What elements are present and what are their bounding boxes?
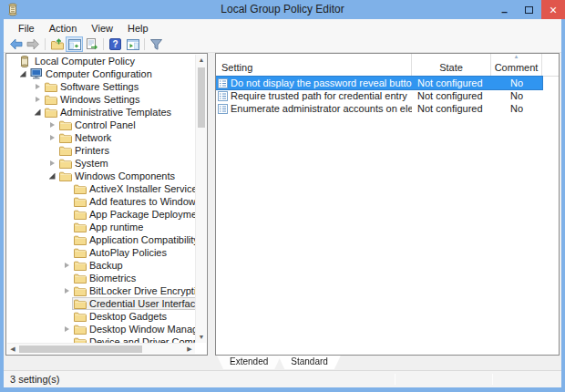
- forward-arrow-icon: [26, 38, 40, 50]
- scroll-down-icon[interactable]: ▼: [196, 333, 207, 342]
- tree-item-label: Desktop Window Manager: [87, 324, 195, 335]
- tree-item[interactable]: Device and Driver Compatibility: [6, 335, 195, 343]
- expander-collapsed-icon[interactable]: [32, 97, 43, 102]
- tree-item[interactable]: BitLocker Drive Encryption: [6, 284, 195, 297]
- tree-node[interactable]: Printers: [57, 144, 113, 157]
- expander-collapsed-icon[interactable]: [46, 135, 57, 140]
- scroll-up-icon[interactable]: ▲: [196, 56, 207, 65]
- tree-node[interactable]: Computer Configuration: [28, 67, 156, 80]
- tree-node[interactable]: Administrative Templates: [43, 106, 175, 119]
- tree-item-label: Credential User Interface: [87, 298, 195, 309]
- filter-button[interactable]: [148, 36, 165, 52]
- column-header-state[interactable]: State: [412, 54, 491, 76]
- tree-item[interactable]: Administrative Templates: [6, 106, 195, 119]
- folder-icon: [59, 171, 73, 181]
- tab-standard[interactable]: Standard: [278, 356, 341, 369]
- scroll-left-icon[interactable]: ◀: [7, 345, 18, 354]
- tree-item[interactable]: AutoPlay Policies: [6, 246, 195, 259]
- tree-node[interactable]: Network: [57, 131, 115, 144]
- minimize-button[interactable]: –: [492, 0, 517, 19]
- tree-node[interactable]: ActiveX Installer Service: [72, 182, 195, 195]
- tree-horizontal-scrollbar[interactable]: ◀ ▶: [7, 343, 195, 354]
- tree-item[interactable]: Control Panel: [6, 119, 195, 131]
- tree-item[interactable]: Biometrics: [6, 272, 195, 284]
- tree-node[interactable]: Desktop Window Manager: [72, 323, 195, 335]
- tree-item[interactable]: ActiveX Installer Service: [6, 182, 195, 195]
- back-button[interactable]: [7, 36, 25, 52]
- titlebar[interactable]: Local Group Policy Editor – ×: [0, 0, 565, 19]
- tree-item[interactable]: Credential User Interface: [6, 297, 195, 310]
- close-button[interactable]: ×: [541, 0, 565, 19]
- forward-button[interactable]: [25, 36, 42, 52]
- menu-view[interactable]: View: [84, 21, 120, 36]
- tree-item[interactable]: Add features to Windows 8: [6, 195, 195, 208]
- menu-file[interactable]: File: [11, 21, 42, 36]
- setting-row[interactable]: Do not display the password reveal butto…: [216, 77, 542, 89]
- tree-item[interactable]: Printers: [6, 144, 195, 157]
- tree-node[interactable]: Credential User Interface: [72, 297, 195, 310]
- menu-help[interactable]: Help: [120, 21, 156, 36]
- setting-name: Do not display the password reveal butto…: [231, 77, 412, 88]
- expander-expanded-icon[interactable]: [17, 71, 28, 77]
- show-action-pane-button[interactable]: [124, 36, 141, 52]
- expander-expanded-icon[interactable]: [32, 109, 43, 116]
- toolbar-separator: [45, 38, 46, 50]
- tree-node[interactable]: Windows Components: [57, 170, 179, 182]
- tree-node[interactable]: Control Panel: [57, 119, 139, 131]
- tree-item[interactable]: Desktop Window Manager: [6, 323, 195, 335]
- tree-item-label: Printers: [73, 145, 109, 156]
- tree-item[interactable]: Software Settings: [6, 80, 195, 93]
- scrollbar-thumb[interactable]: [19, 346, 142, 353]
- tree-node[interactable]: Backup: [72, 259, 127, 272]
- tree-item[interactable]: System: [6, 157, 195, 170]
- column-header-setting[interactable]: Setting: [216, 54, 412, 76]
- expander-collapsed-icon[interactable]: [46, 122, 57, 128]
- tree-node[interactable]: Biometrics: [72, 272, 139, 284]
- show-console-tree-button[interactable]: [66, 36, 83, 52]
- scrollbar-thumb[interactable]: [198, 67, 205, 128]
- back-arrow-icon: [9, 38, 23, 50]
- up-one-level-button[interactable]: [48, 36, 66, 52]
- tree-item[interactable]: Network: [6, 131, 195, 144]
- setting-row[interactable]: Require trusted path for credential entr…: [216, 89, 542, 102]
- expander-collapsed-icon[interactable]: [61, 326, 72, 332]
- expander-collapsed-icon[interactable]: [61, 288, 72, 294]
- menu-action[interactable]: Action: [42, 21, 85, 36]
- setting-row[interactable]: Enumerate administrator accounts on elev…: [216, 102, 542, 115]
- maximize-button[interactable]: [517, 0, 541, 19]
- tree-node[interactable]: AutoPlay Policies: [72, 246, 170, 259]
- policy-setting-icon: [218, 91, 231, 101]
- tree-node[interactable]: System: [57, 157, 112, 170]
- tree-item[interactable]: Local Computer Policy: [6, 55, 195, 67]
- tree-node[interactable]: Add features to Windows 8: [72, 195, 195, 208]
- help-button[interactable]: ?: [107, 36, 124, 52]
- scroll-right-icon[interactable]: ▶: [184, 345, 195, 354]
- tree-node[interactable]: Application Compatibility: [72, 233, 195, 246]
- tree-item[interactable]: Computer Configuration: [6, 67, 195, 80]
- tree-node[interactable]: App Package Deployment: [72, 208, 195, 221]
- tree-item[interactable]: Desktop Gadgets: [6, 310, 195, 323]
- export-list-button[interactable]: [83, 36, 100, 52]
- expander-expanded-icon[interactable]: [46, 173, 57, 180]
- tree-node[interactable]: Desktop Gadgets: [72, 310, 170, 323]
- tree-item[interactable]: Backup: [6, 259, 195, 272]
- tree-node[interactable]: App runtime: [72, 221, 147, 233]
- tree-item[interactable]: Application Compatibility: [6, 233, 195, 246]
- tree-item[interactable]: Windows Components: [6, 170, 195, 182]
- tree-vertical-scrollbar[interactable]: ▲ ▼: [195, 55, 206, 343]
- tree-node[interactable]: Device and Driver Compatibility: [72, 335, 195, 343]
- column-header-comment[interactable]: ▲ Comment: [491, 54, 542, 76]
- tree-item[interactable]: Windows Settings: [6, 93, 195, 106]
- expander-collapsed-icon[interactable]: [61, 263, 72, 268]
- policy-setting-icon: [218, 78, 231, 88]
- folder-icon: [74, 261, 87, 271]
- tab-extended[interactable]: Extended: [217, 356, 281, 369]
- tree-node[interactable]: Software Settings: [43, 80, 142, 93]
- expander-collapsed-icon[interactable]: [32, 84, 43, 89]
- tree-item[interactable]: App runtime: [6, 221, 195, 233]
- tree-node[interactable]: Local Computer Policy: [17, 55, 139, 67]
- tree-node[interactable]: Windows Settings: [43, 93, 143, 106]
- tree-node[interactable]: BitLocker Drive Encryption: [72, 284, 195, 297]
- expander-collapsed-icon[interactable]: [46, 160, 57, 166]
- tree-item[interactable]: App Package Deployment: [6, 208, 195, 221]
